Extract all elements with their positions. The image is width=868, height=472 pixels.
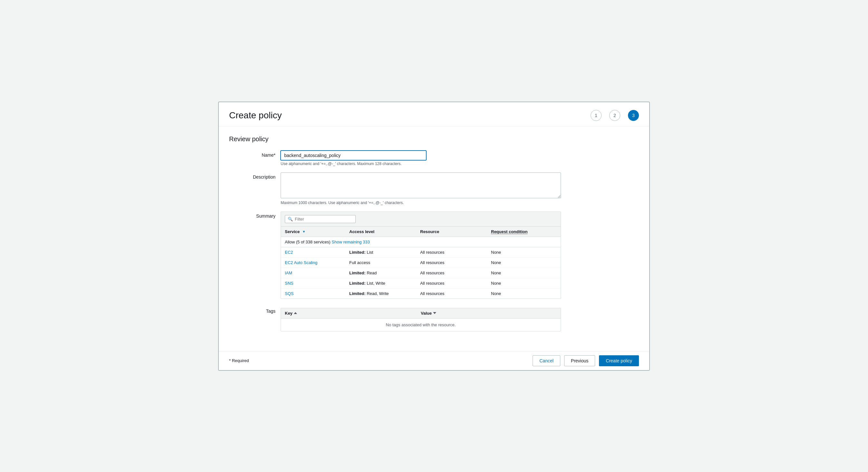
cell-access-level: Limited: Read — [349, 270, 420, 275]
cell-service: IAM — [285, 270, 349, 275]
show-remaining-link[interactable]: Show remaining 333 — [332, 240, 370, 244]
cell-condition: None — [491, 270, 561, 275]
cell-condition: None — [491, 291, 561, 296]
table-row: SNS Limited: List, Write All resources N… — [281, 278, 561, 289]
name-input[interactable] — [281, 151, 426, 160]
col-key: Key — [285, 311, 421, 316]
col-value: Value — [421, 311, 557, 316]
description-hint: Maximum 1000 characters. Use alphanumeri… — [281, 201, 570, 205]
filter-input-wrapper: 🔍 — [285, 215, 356, 223]
required-note: * Required — [229, 358, 249, 363]
cell-resource: All resources — [420, 270, 491, 275]
description-field-wrapper: Maximum 1000 characters. Use alphanumeri… — [281, 173, 570, 205]
name-row: Name* Use alphanumeric and '+=,.@-_' cha… — [229, 151, 639, 166]
footer-buttons: Cancel Previous Create policy — [533, 355, 639, 366]
summary-field-wrapper: 🔍 Service ▼ Access level — [281, 211, 570, 299]
service-sort-icon: ▼ — [302, 230, 305, 233]
cancel-button[interactable]: Cancel — [533, 355, 560, 366]
table-header: Service ▼ Access level Resource Request … — [281, 227, 561, 237]
cell-condition: None — [491, 250, 561, 255]
step-1: 1 — [591, 110, 601, 121]
tags-row: Tags Key Value No tags associated with t… — [229, 306, 639, 331]
service-link-iam[interactable]: IAM — [285, 270, 292, 275]
table-row: SQS Limited: Read, Write All resources N… — [281, 289, 561, 299]
cell-condition: None — [491, 281, 561, 286]
cell-access-level: Full access — [349, 260, 420, 265]
table-row: IAM Limited: Read All resources None — [281, 268, 561, 278]
service-link-sns[interactable]: SNS — [285, 281, 293, 286]
value-sort-desc-icon — [433, 312, 436, 314]
tags-field-wrapper: Key Value No tags associated with the re… — [281, 306, 570, 331]
filter-input[interactable] — [295, 217, 353, 222]
create-policy-button[interactable]: Create policy — [599, 355, 639, 366]
cell-access-level: Limited: Read, Write — [349, 291, 420, 296]
service-link-ec2[interactable]: EC2 — [285, 250, 293, 255]
search-icon: 🔍 — [288, 217, 293, 222]
step-2: 2 — [609, 110, 620, 121]
main-container: Create policy 1 2 3 Review policy Name* … — [218, 101, 650, 371]
col-resource: Resource — [420, 229, 491, 234]
description-label: Description — [229, 173, 281, 180]
service-link-sqs[interactable]: SQS — [285, 291, 293, 296]
cell-service: EC2 — [285, 250, 349, 255]
cell-access-level: Limited: List, Write — [349, 281, 420, 286]
description-row: Description Maximum 1000 characters. Use… — [229, 173, 639, 205]
name-label: Name* — [229, 151, 281, 158]
filter-row: 🔍 — [281, 212, 561, 227]
page-content: Review policy Name* Use alphanumeric and… — [219, 126, 649, 370]
col-request-condition: Request condition — [491, 229, 561, 234]
allow-row: Allow (5 of 338 services) Show remaining… — [281, 237, 561, 247]
description-input[interactable] — [281, 173, 561, 198]
cell-resource: All resources — [420, 291, 491, 296]
summary-table: 🔍 Service ▼ Access level — [281, 211, 561, 299]
step-indicators: 1 2 3 — [591, 110, 639, 121]
page-header: Create policy 1 2 3 — [219, 102, 649, 126]
key-sort-asc-icon — [294, 312, 297, 314]
col-access-level: Access level — [349, 229, 420, 234]
tags-label: Tags — [229, 306, 281, 314]
name-field-wrapper: Use alphanumeric and '+=,.@-_' character… — [281, 151, 570, 166]
cell-resource: All resources — [420, 281, 491, 286]
cell-service: SNS — [285, 281, 349, 286]
name-hint: Use alphanumeric and '+=,.@-_' character… — [281, 161, 570, 166]
cell-condition: None — [491, 260, 561, 265]
cell-resource: All resources — [420, 260, 491, 265]
col-service: Service ▼ — [285, 229, 349, 234]
tags-empty-row: No tags associated with the resource. — [281, 319, 561, 331]
summary-row: Summary 🔍 Service ▼ — [229, 211, 639, 299]
page-title: Create policy — [229, 110, 282, 121]
cell-service: SQS — [285, 291, 349, 296]
previous-button[interactable]: Previous — [564, 355, 595, 366]
table-row: EC2 Auto Scaling Full access All resourc… — [281, 258, 561, 268]
step-3: 3 — [628, 110, 639, 121]
section-title: Review policy — [229, 136, 639, 143]
table-row: EC2 Limited: List All resources None — [281, 247, 561, 258]
cell-service: EC2 Auto Scaling — [285, 260, 349, 265]
service-link-ec2as[interactable]: EC2 Auto Scaling — [285, 260, 317, 265]
cell-resource: All resources — [420, 250, 491, 255]
tags-table: Key Value No tags associated with the re… — [281, 308, 561, 331]
summary-label: Summary — [229, 211, 281, 218]
tags-header: Key Value — [281, 308, 561, 319]
page-footer: * Required Cancel Previous Create policy — [219, 351, 649, 370]
cell-access-level: Limited: List — [349, 250, 420, 255]
